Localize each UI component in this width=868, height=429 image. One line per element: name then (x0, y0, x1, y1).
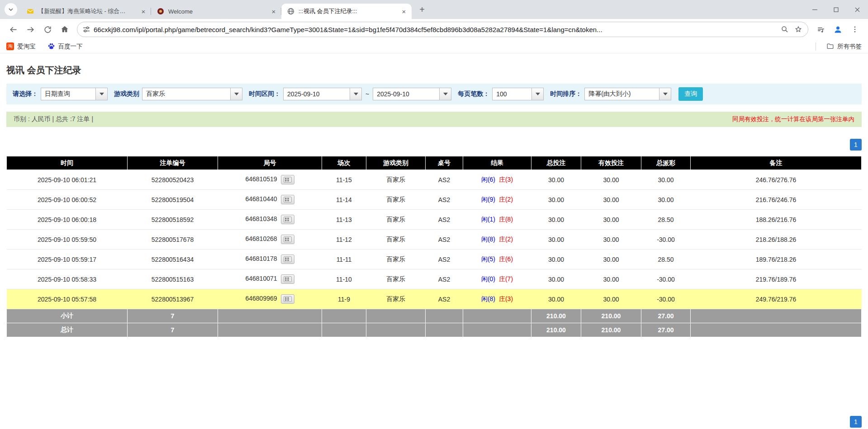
close-window-button[interactable] (847, 0, 868, 19)
page-number-button[interactable]: 1 (850, 139, 862, 151)
cell-remark: 189.76/218.26 (691, 250, 862, 269)
game-type-dropdown-button[interactable] (230, 88, 242, 100)
maximize-icon (834, 7, 839, 12)
cell-session: 11-12 (322, 230, 366, 250)
result-player: 闲(8) (481, 295, 495, 302)
page-number-button[interactable]: 1 (850, 416, 862, 428)
cell-total-bet[interactable]: 30.00 (531, 190, 581, 210)
cell-total-bet[interactable]: 30.00 (531, 250, 581, 269)
bookmark-star-button[interactable] (792, 23, 805, 36)
dropdown-arrow-icon (663, 93, 668, 95)
result-banker: 庄(2) (499, 196, 513, 203)
tab-forum[interactable]: 【新提醒】海燕策略论坛 - 综合… × (21, 4, 151, 19)
view-video-button[interactable] (281, 215, 294, 224)
grand-total-label: 总计 (7, 323, 128, 337)
site-info-icon[interactable] (83, 26, 90, 33)
new-tab-button[interactable]: + (416, 3, 428, 16)
browser-menu-button[interactable] (847, 22, 863, 37)
round-number: 646810440 (245, 195, 277, 203)
filter-bar: 请选择： 游戏类别 时间区间： ~ 每页笔数： 时间排序： (6, 84, 862, 104)
cell-time: 2025-09-10 05:59:17 (7, 250, 128, 269)
maximize-button[interactable] (825, 0, 847, 19)
sort-input[interactable] (585, 88, 659, 100)
cell-time: 2025-09-10 05:58:33 (7, 269, 128, 289)
table-header-cell: 桌号 (426, 156, 463, 170)
bookmark-taobao[interactable]: 淘 爱淘宝 (6, 42, 36, 51)
page-size-combobox (492, 88, 544, 100)
tab-welcome[interactable]: Welcome × (151, 4, 281, 19)
table-header-cell: 结果 (463, 156, 531, 170)
cell-bet-id: 522800513967 (128, 289, 218, 309)
date-to-dropdown-button[interactable] (439, 88, 451, 100)
view-video-button[interactable] (281, 175, 294, 184)
cell-remark: 188.26/216.76 (691, 210, 862, 230)
view-video-button[interactable] (281, 255, 294, 264)
round-number: 646809969 (245, 295, 277, 302)
tab-close-icon[interactable]: × (139, 7, 147, 15)
cell-total-bet[interactable]: 30.00 (531, 170, 581, 190)
tab-close-icon[interactable]: × (270, 7, 278, 15)
view-video-button[interactable] (281, 235, 294, 244)
media-controls-button[interactable] (813, 22, 828, 37)
date-from-dropdown-button[interactable] (350, 88, 361, 100)
page-size-input[interactable] (493, 88, 531, 100)
tab-close-icon[interactable]: × (400, 7, 408, 15)
date-from-input[interactable] (284, 88, 350, 100)
refresh-button[interactable] (40, 22, 55, 37)
sort-dropdown-button[interactable] (659, 88, 671, 100)
tab-bar: 【新提醒】海燕策略论坛 - 综合… × Welcome × :::视讯 会员下注… (0, 0, 868, 19)
result-player: 闲(0) (481, 275, 495, 283)
browser-toolbar: 66cxkj98.com/ipl/portal.php/game/betreco… (0, 19, 868, 40)
round-number: 646810268 (245, 235, 277, 242)
profile-button[interactable] (830, 22, 845, 37)
film-icon (284, 296, 292, 302)
cell-remark: 219.76/189.76 (691, 269, 862, 289)
all-bookmarks-button[interactable]: 所有书签 (816, 42, 862, 51)
subtotal-valid-bet: 210.00 (581, 309, 641, 323)
forward-button[interactable] (23, 22, 38, 37)
cell-payout: 30.00 (641, 170, 691, 190)
date-from-picker (283, 88, 362, 100)
table-header-cell: 总投注 (531, 156, 581, 170)
mode-input[interactable] (41, 88, 95, 100)
address-bar[interactable]: 66cxkj98.com/ipl/portal.php/game/betreco… (77, 22, 808, 37)
search-button[interactable]: 查询 (678, 87, 703, 101)
page-size-dropdown-button[interactable] (531, 88, 543, 100)
all-bookmarks-label: 所有书签 (837, 42, 862, 51)
page-title: 视讯 会员下注纪录 (6, 64, 862, 76)
cell-table-no: AS2 (426, 250, 463, 269)
view-video-button[interactable] (281, 195, 294, 204)
media-controls-icon (816, 25, 825, 34)
view-video-button[interactable] (281, 294, 294, 304)
cell-total-bet[interactable]: 30.00 (531, 230, 581, 250)
game-type-input[interactable] (142, 88, 230, 100)
film-icon (284, 217, 292, 222)
url-text[interactable]: 66cxkj98.com/ipl/portal.php/game/betreco… (94, 26, 774, 33)
tab-search-button[interactable] (5, 3, 17, 16)
cell-result: 闲(9) 庄(2) (463, 190, 531, 210)
tab-bet-records[interactable]: :::视讯 会员下注纪录::: × (281, 4, 412, 19)
result-player: 闲(8) (481, 236, 495, 243)
back-button[interactable] (5, 22, 21, 37)
result-player: 闲(1) (481, 216, 495, 223)
home-button[interactable] (57, 22, 72, 37)
minimize-button[interactable] (804, 0, 825, 19)
forum-favicon-icon (26, 8, 34, 15)
table-header-cell: 注单编号 (128, 156, 218, 170)
page-size-label: 每页笔数： (458, 90, 489, 98)
bookmark-baidu[interactable]: 百度一下 (47, 42, 83, 51)
page-content: 视讯 会员下注纪录 请选择： 游戏类别 时间区间： ~ 每页笔数： 时间排序： (0, 64, 868, 337)
cell-total-bet[interactable]: 30.00 (531, 269, 581, 289)
cell-valid-bet: 30.00 (581, 289, 641, 309)
cell-total-bet[interactable]: 30.00 (531, 289, 581, 309)
view-video-button[interactable] (281, 274, 294, 284)
mode-dropdown-button[interactable] (95, 88, 107, 100)
date-to-input[interactable] (373, 88, 439, 100)
cell-total-bet[interactable]: 30.00 (531, 210, 581, 230)
zoom-icon (781, 25, 789, 33)
taobao-icon: 淘 (6, 42, 14, 50)
result-player: 闲(9) (481, 196, 495, 203)
cell-table-no: AS2 (426, 230, 463, 250)
zoom-button[interactable] (778, 23, 792, 36)
cell-payout: 28.50 (641, 250, 691, 269)
